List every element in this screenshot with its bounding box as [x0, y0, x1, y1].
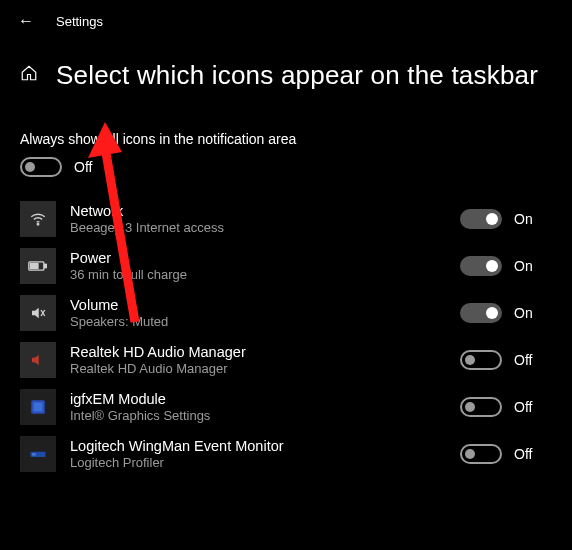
item-toggle[interactable]: [460, 397, 502, 417]
item-title: Logitech WingMan Event Monitor: [70, 438, 446, 454]
item-title: Volume: [70, 297, 446, 313]
item-text: Realtek HD Audio ManagerRealtek HD Audio…: [70, 344, 446, 376]
content-section: Always show all icons in the notificatio…: [0, 101, 572, 472]
master-toggle-label: Always show all icons in the notificatio…: [20, 131, 552, 147]
item-title: Realtek HD Audio Manager: [70, 344, 446, 360]
back-icon[interactable]: ←: [18, 12, 34, 30]
logi-icon: [20, 436, 56, 472]
svg-rect-3: [31, 264, 39, 269]
svg-rect-9: [32, 453, 36, 455]
master-toggle-row: Off: [20, 157, 552, 177]
item-subtitle: Logitech Profiler: [70, 455, 446, 470]
item-title: Power: [70, 250, 446, 266]
item-subtitle: Intel® Graphics Settings: [70, 408, 446, 423]
icon-list: NetworkBeeagey 3 Internet accessOnPower3…: [20, 201, 552, 472]
item-toggle-group: On: [460, 209, 552, 229]
item-toggle-group: Off: [460, 397, 552, 417]
item-toggle-state: On: [514, 305, 533, 321]
item-toggle-state: Off: [514, 446, 532, 462]
item-toggle-state: Off: [514, 399, 532, 415]
icon-list-item: Realtek HD Audio ManagerRealtek HD Audio…: [20, 342, 552, 378]
item-toggle-group: On: [460, 303, 552, 323]
item-text: igfxEM ModuleIntel® Graphics Settings: [70, 391, 446, 423]
item-toggle[interactable]: [460, 256, 502, 276]
item-subtitle: Beeagey 3 Internet access: [70, 220, 446, 235]
battery-icon: [20, 248, 56, 284]
wifi-icon: [20, 201, 56, 237]
item-text: Power36 min to full charge: [70, 250, 446, 282]
gfx-icon: [20, 389, 56, 425]
item-subtitle: Realtek HD Audio Manager: [70, 361, 446, 376]
item-title: igfxEM Module: [70, 391, 446, 407]
page-title: Select which icons appear on the taskbar: [56, 60, 538, 91]
item-subtitle: Speakers: Muted: [70, 314, 446, 329]
icon-list-item: NetworkBeeagey 3 Internet accessOn: [20, 201, 552, 237]
item-toggle[interactable]: [460, 209, 502, 229]
svg-rect-2: [45, 264, 47, 267]
item-subtitle: 36 min to full charge: [70, 267, 446, 282]
item-toggle-state: Off: [514, 352, 532, 368]
home-icon[interactable]: [20, 64, 38, 87]
item-toggle[interactable]: [460, 350, 502, 370]
volume-icon: [20, 295, 56, 331]
icon-list-item: VolumeSpeakers: MutedOn: [20, 295, 552, 331]
item-toggle-state: On: [514, 211, 533, 227]
item-toggle-group: On: [460, 256, 552, 276]
icon-list-item: igfxEM ModuleIntel® Graphics SettingsOff: [20, 389, 552, 425]
svg-point-0: [37, 224, 39, 226]
svg-rect-7: [34, 403, 43, 412]
item-text: NetworkBeeagey 3 Internet access: [70, 203, 446, 235]
item-toggle-group: Off: [460, 444, 552, 464]
item-toggle-state: On: [514, 258, 533, 274]
icon-list-item: Logitech WingMan Event MonitorLogitech P…: [20, 436, 552, 472]
title-row: Select which icons appear on the taskbar: [0, 36, 572, 101]
master-toggle-state: Off: [74, 159, 92, 175]
item-toggle[interactable]: [460, 444, 502, 464]
settings-label: Settings: [56, 14, 103, 29]
item-text: Logitech WingMan Event MonitorLogitech P…: [70, 438, 446, 470]
item-toggle-group: Off: [460, 350, 552, 370]
item-toggle[interactable]: [460, 303, 502, 323]
master-toggle[interactable]: [20, 157, 62, 177]
item-title: Network: [70, 203, 446, 219]
item-text: VolumeSpeakers: Muted: [70, 297, 446, 329]
icon-list-item: Power36 min to full chargeOn: [20, 248, 552, 284]
audio-icon: [20, 342, 56, 378]
header-bar: ← Settings: [0, 0, 572, 36]
